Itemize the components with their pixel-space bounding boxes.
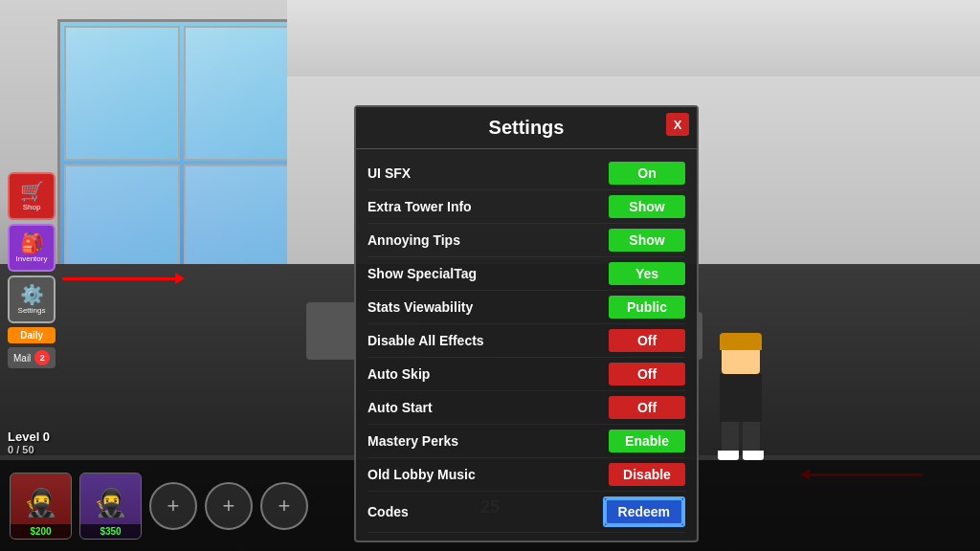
- settings-row-label: Show SpecialTag: [368, 266, 477, 281]
- shop-icon: 🛒: [20, 182, 44, 201]
- settings-value-button[interactable]: Off: [609, 329, 685, 352]
- char-leg-right: [743, 422, 760, 451]
- settings-button[interactable]: ⚙️ Settings: [8, 276, 56, 323]
- shop-button[interactable]: 🛒 Shop: [8, 172, 56, 220]
- char-legs: [712, 422, 769, 451]
- settings-modal: Settings X UI SFXOnExtra Tower InfoShowA…: [354, 105, 699, 542]
- add-slot-1[interactable]: +: [149, 482, 197, 530]
- settings-value-button[interactable]: Show: [609, 195, 685, 218]
- mail-badge: 2: [34, 350, 50, 365]
- settings-icon: ⚙️: [20, 285, 44, 304]
- redeem-button[interactable]: Redeem: [605, 498, 683, 525]
- settings-value-button[interactable]: Public: [609, 296, 685, 319]
- settings-row: CodesRedeem: [368, 492, 685, 533]
- settings-row: Old Lobby MusicDisable: [368, 458, 685, 492]
- unit-icon-2: 🥷: [92, 481, 130, 524]
- level-indicator: Level 0 0 / 50: [8, 430, 50, 455]
- left-sidebar: 🛒 Shop 🎒 Inventory ⚙️ Settings Daily Mai…: [8, 172, 56, 368]
- settings-row: Mastery PerksEnable: [368, 425, 685, 458]
- unit-price-1: $200: [11, 524, 71, 539]
- settings-title: Settings: [489, 117, 565, 138]
- inventory-button[interactable]: 🎒 Inventory: [8, 224, 56, 272]
- char-head: [722, 341, 760, 374]
- settings-row: Show SpecialTagYes: [368, 257, 685, 291]
- ceiling: [287, 0, 980, 77]
- settings-row: Auto StartOff: [368, 391, 685, 425]
- settings-row: Stats ViewabilityPublic: [368, 291, 685, 324]
- settings-header: Settings X: [356, 107, 697, 149]
- slot-count: 0 / 50: [8, 444, 50, 455]
- unit-icon-1: 🥷: [22, 481, 60, 524]
- settings-row: UI SFXOn: [368, 157, 685, 190]
- settings-row-label: Extra Tower Info: [368, 199, 472, 214]
- settings-value-button[interactable]: Show: [609, 229, 685, 252]
- level-text: Level 0: [8, 430, 50, 444]
- daily-button[interactable]: Daily: [8, 327, 56, 343]
- settings-row-label: Stats Viewability: [368, 299, 473, 315]
- settings-row-label: Disable All Effects: [368, 333, 484, 348]
- settings-value-button[interactable]: Disable: [609, 463, 685, 486]
- settings-label: Settings: [18, 306, 46, 315]
- window-area: [57, 19, 306, 306]
- player-character: [712, 341, 769, 455]
- char-leg-left: [722, 422, 739, 451]
- char-shoe-left: [718, 451, 739, 460]
- window-pane: [64, 26, 180, 161]
- arrow-settings: [62, 277, 177, 280]
- window-frame: [60, 22, 303, 303]
- settings-body: UI SFXOnExtra Tower InfoShowAnnoying Tip…: [356, 149, 697, 540]
- settings-value-button[interactable]: Yes: [609, 262, 685, 285]
- char-shoe-right: [743, 451, 764, 460]
- add-slot-3[interactable]: +: [260, 482, 308, 530]
- settings-row: Extra Tower InfoShow: [368, 190, 685, 224]
- settings-value-button[interactable]: Enable: [609, 430, 685, 452]
- settings-value-button[interactable]: Off: [609, 363, 685, 386]
- char-shoes: [712, 451, 769, 460]
- redeem-wrapper: Redeem: [603, 496, 685, 527]
- inventory-label: Inventory: [16, 254, 48, 263]
- add-slot-2[interactable]: +: [205, 482, 253, 530]
- settings-row-label: Auto Skip: [368, 366, 430, 382]
- char-body: [720, 374, 762, 422]
- unit-slot-2[interactable]: 🥷 $350: [79, 473, 142, 540]
- settings-value-button[interactable]: Off: [609, 396, 685, 419]
- settings-close-button[interactable]: X: [666, 113, 689, 136]
- unit-price-2: $350: [80, 524, 141, 539]
- mail-label: Mail: [13, 353, 31, 364]
- settings-row: Annoying TipsShow: [368, 224, 685, 257]
- char-hair: [720, 333, 762, 350]
- window-pane: [184, 26, 300, 161]
- settings-row-label: Annoying Tips: [368, 232, 460, 248]
- settings-row: Auto SkipOff: [368, 358, 685, 391]
- shop-label: Shop: [23, 203, 41, 211]
- settings-value-button[interactable]: On: [609, 162, 685, 185]
- settings-row-label: Mastery Perks: [368, 433, 458, 449]
- settings-row-label: UI SFX: [368, 165, 411, 181]
- settings-row-label: Auto Start: [368, 400, 433, 415]
- settings-row: Disable All EffectsOff: [368, 324, 685, 358]
- unit-slot-1[interactable]: 🥷 $200: [10, 473, 72, 540]
- inventory-icon: 🎒: [20, 233, 44, 253]
- settings-row-label: Codes: [368, 504, 409, 519]
- settings-row-label: Old Lobby Music: [368, 467, 476, 482]
- mail-button[interactable]: Mail 2: [8, 347, 56, 368]
